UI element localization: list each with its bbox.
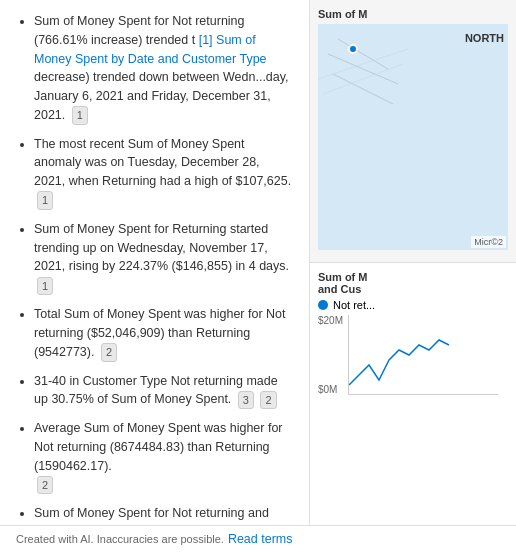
map-svg [318,24,508,250]
chart-line-area [348,315,498,395]
map-area: NORTH Micr©2 [318,24,508,250]
list-item: Total Sum of Money Spent was higher for … [34,305,293,361]
main-container: Sum of Money Spent for Not returning (76… [0,0,516,525]
list-item: 31-40 in Customer Type Not returning mad… [34,372,293,410]
badge-6[interactable]: 2 [37,476,53,495]
bullet-text-2: The most recent Sum of Money Spent anoma… [34,137,291,189]
badge-4[interactable]: 2 [101,343,117,362]
list-item: Sum of Money Spent for Not returning and… [34,504,293,525]
badge-2[interactable]: 1 [37,191,53,210]
bullet-text-4: Total Sum of Money Spent was higher for … [34,307,286,359]
legend-item-1: Not ret... [318,299,508,311]
bullet-text-7: Sum of Money Spent for Not returning and… [34,506,273,525]
read-terms-link[interactable]: Read terms [228,532,293,546]
chart-section: Sum of Mand Cus Not ret... $20M $0M [310,263,516,525]
y-label-top: $20M [318,315,343,326]
badge-1[interactable]: 1 [72,106,88,125]
legend-label-1: Not ret... [333,299,375,311]
list-item: Sum of Money Spent for Returning started… [34,220,293,295]
footer: Created with AI. Inaccuracies are possib… [0,525,516,552]
list-item: The most recent Sum of Money Spent anoma… [34,135,293,210]
chart-svg [349,315,498,394]
legend-dot-1 [318,300,328,310]
badge-5b[interactable]: 2 [260,391,276,410]
list-item: Sum of Money Spent for Not returning (76… [34,12,293,125]
svg-line-2 [338,39,388,69]
footer-text: Created with AI. Inaccuracies are possib… [16,533,224,545]
bullet-text-6: Average Sum of Money Spent was higher fo… [34,421,283,473]
insights-list: Sum of Money Spent for Not returning (76… [16,12,293,525]
badge-3[interactable]: 1 [37,277,53,296]
left-panel: Sum of Money Spent for Not returning (76… [0,0,310,525]
bullet-text-3: Sum of Money Spent for Returning started… [34,222,289,274]
chart-area: $20M $0M [318,315,508,395]
y-label-bottom: $0M [318,384,337,395]
right-panel: Sum of M NORTH Micr©2 Sum of Mand Cus [310,0,516,525]
chart-title: Sum of Mand Cus [318,271,508,295]
list-item: Average Sum of Money Spent was higher fo… [34,419,293,494]
map-title: Sum of M [318,8,508,20]
badge-5a[interactable]: 3 [238,391,254,410]
map-section: Sum of M NORTH Micr©2 [310,0,516,263]
